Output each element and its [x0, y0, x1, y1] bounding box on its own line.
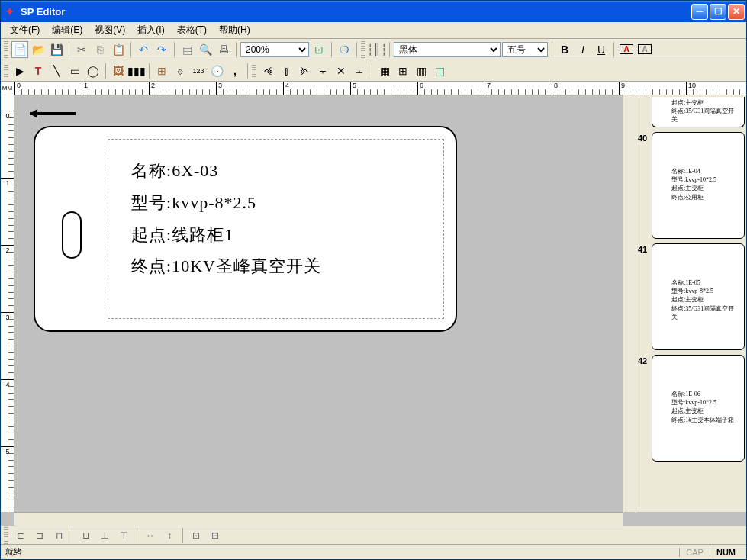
- app-icon: ✦: [5, 5, 18, 18]
- pointer-tool[interactable]: ▶: [11, 63, 28, 79]
- thumbnail-item[interactable]: 42名称:1E-06型号:kvvp-10*2.5起点:主变柜终点:1#主变本体端…: [638, 355, 745, 462]
- bottom-toolbar: ⊏ ⊐ ⊓ ⊔ ⊥ ⊤ ↔ ↕ ⊡ ⊟: [1, 526, 746, 544]
- thumbnail-number: 42: [638, 355, 652, 365]
- align-center-h-button[interactable]: ⫿: [278, 63, 295, 79]
- canvas-vertical-scrollbar[interactable]: [623, 95, 636, 512]
- comma-tool[interactable]: ,: [227, 63, 243, 79]
- thumbnail-card[interactable]: 名称:1E-04型号:kvvp-10*2.5起点:主变柜终点:公用柜: [652, 132, 745, 239]
- cap-indicator: CAP: [679, 548, 710, 557]
- ungroup-button[interactable]: ⊟: [207, 528, 224, 543]
- align-b-button[interactable]: ⊤: [115, 528, 132, 543]
- horizontal-ruler[interactable]: 012345678910: [14, 82, 746, 95]
- page-setup-button[interactable]: ▤: [179, 41, 195, 58]
- help-button[interactable]: ❍: [336, 41, 353, 58]
- save-button[interactable]: 💾: [48, 41, 65, 58]
- field-tool[interactable]: ⊞: [153, 63, 170, 79]
- table-button[interactable]: ▦: [376, 63, 393, 79]
- toolbar-grip-4[interactable]: [252, 63, 256, 79]
- label-row-end[interactable]: 终点:10KV圣峰真空开关: [131, 250, 436, 282]
- thumbnail-card[interactable]: 名称:1E-05型号:kvvp-8*2.5起点:主变柜终点:35/G31间隔真空…: [652, 243, 745, 350]
- label-row-model[interactable]: 型号:kvvp-8*2.5: [131, 187, 436, 219]
- align-bottom-button[interactable]: ⫠: [351, 63, 368, 79]
- toolbar-main: 📄 📂 💾 ✂ ⎘ 📋 ↶ ↷ ▤ 🔍 🖶 200% ⊡ ❍ ┆║┆ 黑体 五号…: [1, 39, 746, 60]
- zoom-fit-button[interactable]: ⊡: [311, 41, 327, 58]
- group-button[interactable]: ⊡: [188, 528, 204, 543]
- print-preview-button[interactable]: 🔍: [197, 41, 214, 58]
- thumbnail-card[interactable]: 起点:主变柜终点:35/G31间隔真空开关: [652, 97, 745, 127]
- align-r-button[interactable]: ⊓: [50, 528, 67, 543]
- bold-button[interactable]: B: [556, 41, 573, 58]
- toolbar-grip-5[interactable]: [4, 527, 8, 544]
- font-color-button[interactable]: A: [618, 41, 635, 58]
- align-top-button[interactable]: ⫟: [314, 63, 331, 79]
- label-card[interactable]: 名称:6X-03 型号:kvvp-8*2.5 起点:线路柜1 终点:10KV圣峰…: [34, 126, 457, 332]
- menu-edit[interactable]: 编辑(E): [46, 22, 89, 38]
- select-area-tool[interactable]: ⟐: [172, 63, 188, 79]
- label-text-frame[interactable]: 名称:6X-03 型号:kvvp-8*2.5 起点:线路柜1 终点:10KV圣峰…: [108, 139, 444, 319]
- num-indicator: NUM: [710, 548, 742, 557]
- label-row-start[interactable]: 起点:线路柜1: [131, 219, 436, 251]
- time-tool[interactable]: 🕓: [208, 63, 225, 79]
- underline-button[interactable]: U: [593, 41, 610, 58]
- thumbnail-item[interactable]: 起点:主变柜终点:35/G31间隔真空开关: [638, 97, 745, 127]
- size-combo[interactable]: 五号: [502, 42, 548, 57]
- dist-v-button[interactable]: ↕: [161, 528, 178, 543]
- align-right-button[interactable]: ⫸: [296, 63, 313, 79]
- barcode-tool[interactable]: ▮▮▮: [128, 63, 145, 79]
- horizontal-scrollbar[interactable]: [14, 512, 623, 526]
- toolbar-grip-3[interactable]: [4, 63, 8, 79]
- grid-button[interactable]: ⊞: [394, 63, 411, 79]
- window-title: SP Editor: [21, 6, 690, 18]
- text-tool[interactable]: T: [30, 63, 47, 79]
- maximize-button[interactable]: ☐: [710, 4, 726, 20]
- image-tool[interactable]: 🖼: [110, 63, 127, 79]
- number-tool[interactable]: 123: [190, 63, 207, 79]
- align-m-button[interactable]: ⊥: [96, 528, 113, 543]
- align-c-button[interactable]: ⊐: [31, 528, 48, 543]
- thumbnail-item[interactable]: 40名称:1E-04型号:kvvp-10*2.5起点:主变柜终点:公用柜: [638, 132, 745, 239]
- align-t-button[interactable]: ⊔: [77, 528, 94, 543]
- copy-button[interactable]: ⎘: [92, 41, 108, 58]
- label-row-name[interactable]: 名称:6X-03: [131, 155, 436, 187]
- menu-file[interactable]: 文件(F): [4, 22, 46, 38]
- menu-insert[interactable]: 插入(I): [131, 22, 170, 38]
- menu-table[interactable]: 表格(T): [171, 22, 213, 38]
- cut-button[interactable]: ✂: [73, 41, 90, 58]
- toolbar-grip[interactable]: [4, 41, 8, 58]
- menu-help[interactable]: 帮助(H): [213, 22, 256, 38]
- ellipse-tool[interactable]: ◯: [85, 63, 101, 79]
- paste-button[interactable]: 📋: [110, 41, 127, 58]
- ruler-corner: MM: [1, 82, 14, 95]
- align-left-button[interactable]: ⫷: [259, 63, 276, 79]
- thumbnail-item[interactable]: 41名称:1E-05型号:kvvp-8*2.5起点:主变柜终点:35/G31间隔…: [638, 243, 745, 350]
- menu-view[interactable]: 视图(V): [89, 22, 131, 38]
- props-button[interactable]: ◫: [431, 63, 448, 79]
- line-tool[interactable]: ╲: [48, 63, 65, 79]
- font-combo[interactable]: 黑体: [394, 42, 501, 57]
- zoom-combo[interactable]: 200%: [240, 42, 309, 57]
- close-button[interactable]: ✕: [728, 4, 745, 20]
- highlight-button[interactable]: A: [636, 41, 653, 58]
- borders-button[interactable]: ▥: [413, 63, 430, 79]
- thumbnail-number: [638, 97, 652, 98]
- align-middle-button[interactable]: ✕: [333, 63, 349, 79]
- new-button[interactable]: 📄: [11, 41, 28, 58]
- open-button[interactable]: 📂: [30, 41, 47, 58]
- italic-button[interactable]: I: [575, 41, 591, 58]
- thumbnail-panel[interactable]: 起点:主变柜终点:35/G31间隔真空开关40名称:1E-04型号:kvvp-1…: [636, 95, 746, 512]
- toolbar-grip-2[interactable]: [361, 41, 365, 58]
- ruler-toggle-button[interactable]: ┆║┆: [369, 41, 385, 58]
- label-hole: [62, 211, 82, 259]
- minimize-button[interactable]: ─: [691, 4, 708, 20]
- statusbar: 就绪 CAP NUM: [1, 544, 746, 559]
- thumbnail-card[interactable]: 名称:1E-06型号:kvvp-10*2.5起点:主变柜终点:1#主变本体端子箱: [652, 355, 745, 462]
- align-l-button[interactable]: ⊏: [12, 528, 29, 543]
- redo-button[interactable]: ↷: [153, 41, 170, 58]
- canvas[interactable]: 名称:6X-03 型号:kvvp-8*2.5 起点:线路柜1 终点:10KV圣峰…: [14, 95, 623, 512]
- print-button[interactable]: 🖶: [215, 41, 232, 58]
- rect-tool[interactable]: ▭: [66, 63, 83, 79]
- dist-h-button[interactable]: ↔: [142, 528, 159, 543]
- work-area: MM 012345678910 01234567 名称:6X-03 型号:kvv…: [1, 82, 746, 526]
- vertical-ruler[interactable]: 01234567: [1, 95, 14, 512]
- undo-button[interactable]: ↶: [135, 41, 152, 58]
